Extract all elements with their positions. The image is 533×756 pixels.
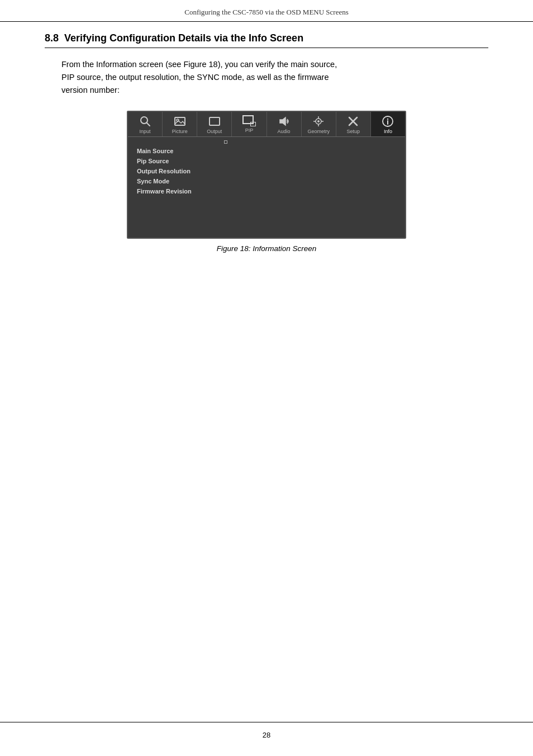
osd-entry-output-res: Output Resolution [135, 166, 398, 176]
audio-icon [278, 115, 290, 127]
osd-entry-sync-mode: Sync Mode [135, 176, 398, 186]
osd-menu-geometry[interactable]: Geometry [302, 112, 336, 136]
svg-marker-5 [280, 117, 285, 125]
figure-caption: Figure 18: Information Screen [217, 244, 317, 253]
top-rule [0, 21, 533, 22]
osd-menu-audio[interactable]: Audio [267, 112, 302, 136]
output-icon [208, 115, 221, 127]
svg-rect-2 [175, 117, 185, 125]
info-icon [382, 115, 394, 127]
osd-menu-pip[interactable]: PIP [232, 112, 266, 136]
osd-label-geometry: Geometry [307, 129, 330, 134]
svg-line-1 [146, 122, 150, 126]
osd-label-pip: PIP [245, 127, 254, 133]
figure-container: Input Picture Output [45, 111, 488, 253]
svg-point-7 [317, 120, 320, 122]
setup-icon [347, 115, 359, 127]
section-heading: 8.8 Verifying Configuration Details via … [45, 32, 488, 48]
osd-label-input: Input [140, 129, 151, 134]
search-icon [139, 115, 151, 127]
svg-point-16 [387, 118, 388, 119]
osd-menu-input[interactable]: Input [128, 112, 163, 136]
osd-entry-firmware: Firmware Revision [135, 186, 398, 196]
osd-label-audio: Audio [278, 129, 291, 134]
bottom-rule [0, 722, 533, 722]
osd-menu-bar: Input Picture Output [128, 112, 405, 137]
osd-menu-output[interactable]: Output [197, 112, 232, 136]
page-number: 28 [0, 731, 533, 739]
osd-menu-info[interactable]: Info [371, 112, 405, 136]
body-paragraph: From the Information screen (see Figure … [61, 58, 488, 97]
osd-label-setup: Setup [347, 129, 360, 134]
osd-entry-main-source: Main Source [135, 146, 398, 156]
osd-menu-setup[interactable]: Setup [336, 112, 371, 136]
page-header: Configuring the CSC-7850 via the OSD MEN… [0, 0, 533, 21]
osd-label-output: Output [207, 129, 222, 134]
osd-content: Main Source Pip Source Output Resolution… [128, 137, 405, 238]
osd-screen: Input Picture Output [127, 111, 406, 239]
pip-icon [242, 115, 256, 126]
osd-label-info: Info [384, 129, 392, 134]
osd-indicator [224, 140, 227, 144]
svg-rect-4 [210, 117, 220, 125]
osd-menu-picture[interactable]: Picture [163, 112, 197, 136]
osd-label-picture: Picture [172, 129, 188, 134]
osd-entry-pip-source: Pip Source [135, 156, 398, 166]
geometry-icon [312, 115, 325, 127]
picture-icon [174, 115, 186, 127]
